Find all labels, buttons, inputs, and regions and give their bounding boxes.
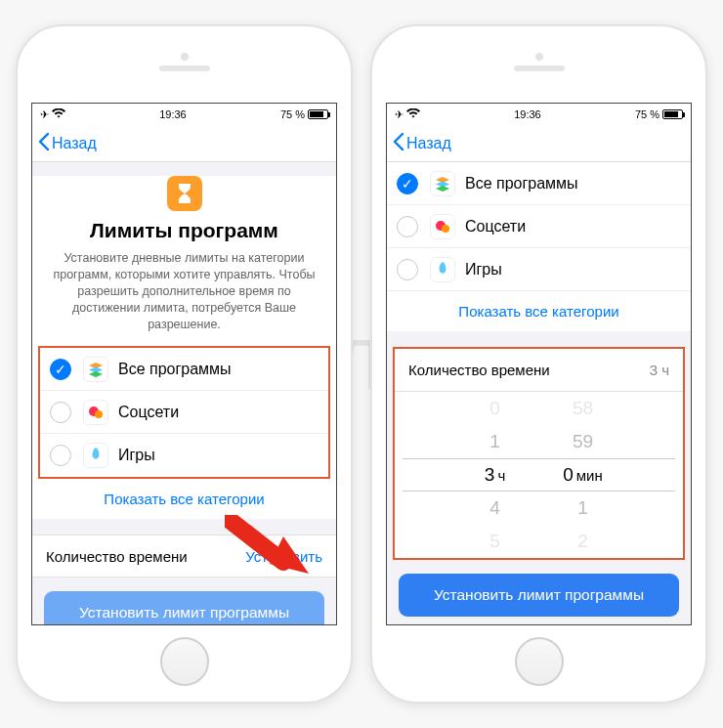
battery-text: 75 % [635,108,659,120]
wifi-icon [406,108,420,120]
chat-icon [430,214,455,239]
radio-checked-icon: ✓ [397,173,418,194]
wifi-icon [52,108,65,120]
category-label: Соцсети [465,218,526,236]
back-label: Назад [406,135,451,152]
time-picker[interactable]: 0 1 3ч 4 5 58 59 0мин 1 2 [395,392,683,558]
picker-row: 2 [539,525,627,558]
page-title: Лимиты программ [46,219,322,242]
content: ✓ Все программы Соцсети [387,162,691,624]
back-button[interactable]: Назад [393,133,451,154]
status-time: 19:36 [159,108,187,120]
radio-unchecked-icon [397,259,418,280]
picker-hours-column[interactable]: 0 1 3ч 4 5 [451,392,539,558]
home-button[interactable] [160,637,209,686]
back-label: Назад [52,135,97,152]
time-picker-highlight: Количество времени 3 ч 0 1 3ч 4 5 58 59 [393,347,685,560]
chat-icon [83,400,108,425]
stack-icon [83,357,108,382]
battery-text: 75 % [280,108,305,120]
category-social[interactable]: Соцсети [387,205,691,248]
set-limit-button[interactable]: Установить лимит программы [399,574,679,617]
home-button[interactable] [515,637,564,686]
airplane-icon: ✈︎ [395,108,404,121]
phone-speaker [514,65,565,71]
set-time-link[interactable]: Установить [245,548,322,565]
battery-icon [308,109,328,119]
picker-row: 1 [451,425,539,458]
screen-right: ✈︎ 19:36 75 % Назад ✓ [386,103,692,625]
radio-unchecked-icon [397,216,418,237]
category-all-apps[interactable]: ✓ Все программы [40,348,328,391]
battery-icon [662,109,683,119]
set-limit-button[interactable]: Установить лимит программы [44,591,324,624]
category-label: Игры [465,261,502,278]
nav-bar: Назад [387,125,691,162]
category-list-highlight: ✓ Все программы Соцсети [38,346,330,479]
content: Лимиты программ Установите дневные лимит… [32,162,336,624]
time-amount-label: Количество времени [408,362,550,378]
radio-unchecked-icon [50,445,71,466]
time-amount-row: Количество времени 3 ч [395,349,683,392]
hourglass-icon [167,176,202,211]
chevron-left-icon [393,133,404,154]
svg-point-1 [95,410,103,418]
rocket-icon [430,257,455,282]
airplane-icon: ✈︎ [40,108,49,121]
status-bar: ✈︎ 19:36 75 % [32,104,336,125]
picker-row: 0 [451,392,539,425]
picker-row-selected: 3ч [451,458,539,492]
category-all-apps[interactable]: ✓ Все программы [387,162,691,205]
category-games[interactable]: Игры [40,434,328,477]
time-amount-value: 3 ч [650,362,669,378]
chevron-left-icon [38,133,50,154]
status-bar: ✈︎ 19:36 75 % [387,104,691,125]
time-amount-row: Количество времени Установить [32,535,336,578]
phone-camera [181,53,189,61]
picker-row-selected: 0мин [539,458,627,492]
category-label: Все программы [118,361,232,378]
picker-row: 5 [451,525,539,558]
show-all-categories[interactable]: Показать все категории [387,291,691,331]
time-amount-label: Количество времени [46,548,188,565]
phone-left: ✈︎ 19:36 75 % Назад [16,24,353,704]
picker-row: 4 [451,492,539,525]
radio-checked-icon: ✓ [50,359,71,380]
picker-row: 1 [539,492,627,525]
phone-right: ✈︎ 19:36 75 % Назад ✓ [370,24,707,704]
picker-row: 59 [539,425,627,458]
back-button[interactable]: Назад [38,133,97,154]
phone-camera [535,53,543,61]
radio-unchecked-icon [50,402,71,423]
category-games[interactable]: Игры [387,248,691,291]
show-all-categories[interactable]: Показать все категории [32,479,336,519]
stack-icon [430,171,455,196]
picker-row: 58 [539,392,627,425]
screen-left: ✈︎ 19:36 75 % Назад [31,103,337,625]
rocket-icon [83,443,108,468]
category-social[interactable]: Соцсети [40,391,328,434]
category-label: Игры [118,447,155,464]
picker-minutes-column[interactable]: 58 59 0мин 1 2 [539,392,627,558]
nav-bar: Назад [32,125,336,162]
category-label: Все программы [465,175,578,193]
category-label: Соцсети [118,404,179,421]
page-description: Установите дневные лимиты на категории п… [50,250,319,332]
phone-speaker [159,65,210,71]
svg-point-3 [442,225,449,233]
status-time: 19:36 [514,108,541,120]
not-now-link[interactable]: Не сейчас [387,622,691,624]
